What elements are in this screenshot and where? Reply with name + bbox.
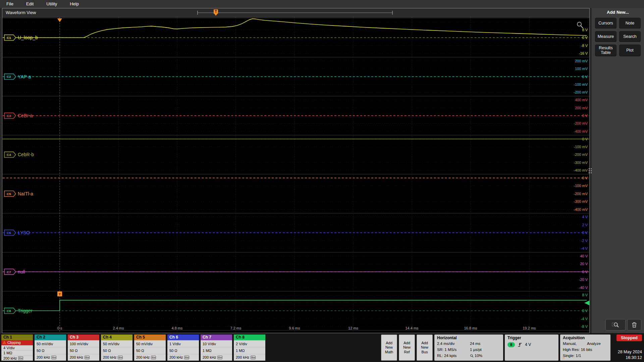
bw-limit-icon: Bw bbox=[18, 356, 23, 360]
channel-trace-c8 bbox=[3, 300, 587, 311]
add-new-note-button[interactable]: Note bbox=[619, 18, 641, 28]
run-status-column: Stopped 28 May 2024 16:30:12 bbox=[616, 335, 643, 361]
time-axis-label: 16.8 ms bbox=[464, 326, 477, 330]
voltage-label-c1: -16 V bbox=[579, 51, 588, 55]
channel-setting-row: 1 MΩ bbox=[201, 347, 232, 354]
window-title: Waveform View bbox=[6, 10, 36, 15]
horizontal-window: 24 ms bbox=[470, 341, 500, 347]
channel-name-c6: LYSO bbox=[18, 230, 30, 235]
time-axis-label: 9.6 ms bbox=[289, 326, 300, 330]
horizontal-panel[interactable]: Horizontal 2.4 ms/div 24 ms SR: 1 MS/s 1… bbox=[434, 335, 503, 361]
voltage-label-c6: 0 V bbox=[582, 231, 588, 235]
trigger-level-arrow-icon[interactable] bbox=[584, 301, 589, 305]
time-axis-label: 12 ms bbox=[348, 326, 358, 330]
acquisition-panel[interactable]: Acquisition Manual, Analyze High Res: 16… bbox=[560, 335, 610, 361]
channel-badges: Ch 1⚠Clipping4 V/div1 MΩ200 kHzBwCh 250 … bbox=[1, 335, 265, 361]
channel-setting-row: 50 Ω bbox=[68, 347, 99, 354]
voltage-label-c2: -100 mV bbox=[574, 82, 588, 86]
channel-setting-row: 1 MΩ bbox=[234, 347, 265, 354]
channel-badge-ch-6[interactable]: Ch 61 V/div50 Ω200 kHzBw bbox=[167, 335, 199, 361]
trigger-position-marker-icon[interactable] bbox=[57, 18, 62, 22]
voltage-label-c5: 0 V bbox=[582, 176, 588, 180]
menu-item-help[interactable]: Help bbox=[63, 0, 85, 8]
voltage-label-c4: -100 mV bbox=[574, 145, 588, 149]
voltage-label-c7: 40 V bbox=[580, 254, 588, 258]
add-new-search-button[interactable]: Search bbox=[619, 31, 641, 42]
channel-name-c1: U_loop_b bbox=[18, 35, 38, 40]
channel-badge-header: Ch 5 bbox=[134, 335, 166, 340]
channel-setting-row: 200 kHzBw bbox=[201, 354, 232, 361]
channel-badge-ch-4[interactable]: Ch 450 mV/div50 Ω200 kHzBw bbox=[101, 335, 132, 361]
channel-name-c7: null bbox=[18, 269, 25, 275]
add-new-math-button[interactable]: AddNewMath bbox=[381, 335, 397, 361]
waveform-display[interactable]: 8 V0 V-8 V-16 VC1U_loop_b200 mV100 mV0 V… bbox=[2, 17, 589, 333]
channel-setting-row: 200 kHzBw bbox=[1, 356, 33, 361]
acquisition-title: Acquisition bbox=[563, 336, 608, 340]
voltage-label-c8: -8 V bbox=[581, 324, 588, 328]
time-axis-label: 0 s bbox=[57, 326, 62, 330]
voltage-label-c1: 8 V bbox=[582, 28, 588, 32]
voltage-label-c3: -400 mV bbox=[574, 129, 588, 133]
voltage-label-c6: -2 V bbox=[581, 239, 588, 243]
voltage-label-c2: -200 mV bbox=[574, 90, 588, 94]
voltage-label-c7: -20 V bbox=[579, 278, 588, 282]
waveform-view-window: Waveform View T 8 V0 V-8 V-16 VC1U_loop_… bbox=[2, 8, 590, 333]
zoom-button[interactable] bbox=[605, 319, 626, 330]
menu-item-file[interactable]: File bbox=[0, 0, 20, 8]
channel-name-c8: Trigger bbox=[18, 308, 33, 313]
channel-name-c4: CebR-b bbox=[18, 152, 34, 157]
trigger-position-percent: 10% bbox=[475, 353, 482, 359]
add-new-measure-button[interactable]: Measure bbox=[595, 31, 616, 42]
panel-resize-handle[interactable] bbox=[589, 168, 592, 173]
clipping-warning: ⚠Clipping bbox=[1, 340, 33, 345]
acquisition-single: Single: 1/1 bbox=[563, 353, 608, 359]
channel-badge-header: Ch 4 bbox=[101, 335, 132, 340]
channel-badge-ch-5[interactable]: Ch 550 mV/div50 Ω200 kHzBw bbox=[134, 335, 166, 361]
add-new-plot-button[interactable]: Plot bbox=[619, 45, 641, 56]
channel-trace-c1 bbox=[3, 19, 587, 38]
channel-badge-ch-7[interactable]: Ch 710 V/div1 MΩ200 kHzBw bbox=[201, 335, 232, 361]
voltage-label-c4: -400 mV bbox=[574, 168, 588, 172]
bw-limit-icon: Bw bbox=[184, 356, 189, 359]
magnifier-icon bbox=[577, 22, 581, 26]
bw-limit-icon: Bw bbox=[51, 356, 56, 359]
channel-badge-ch-1[interactable]: Ch 1⚠Clipping4 V/div1 MΩ200 kHzBw bbox=[1, 335, 33, 361]
channel-badge-header: Ch 6 bbox=[167, 335, 199, 340]
channel-badge-ch-8[interactable]: Ch 82 V/div1 MΩ200 kHzBw bbox=[234, 335, 265, 361]
trigger-level: 4 V bbox=[525, 342, 531, 347]
add-new-ref-button[interactable]: AddNewRef bbox=[399, 335, 415, 361]
bw-limit-icon: Bw bbox=[151, 356, 156, 359]
channel-badge-label-c2: C2 bbox=[7, 75, 11, 78]
menu-item-utility[interactable]: Utility bbox=[40, 0, 63, 8]
channel-badge-label-c7: C7 bbox=[7, 270, 11, 274]
channel-badge-label-c6: C6 bbox=[7, 231, 11, 235]
channel-setting-row: 2 V/div bbox=[234, 340, 265, 347]
voltage-label-c7: -40 V bbox=[579, 286, 588, 290]
waveform-view-titlebar[interactable]: Waveform View T bbox=[2, 8, 589, 17]
horizontal-title: Horizontal bbox=[437, 336, 500, 340]
voltage-label-c4: -300 mV bbox=[574, 161, 588, 165]
trigger-panel[interactable]: Trigger 8 4 V bbox=[505, 335, 558, 361]
channel-setting-row: 50 mV/div bbox=[134, 340, 166, 347]
time-axis-label: 14.4 ms bbox=[405, 326, 419, 330]
voltage-label-c2: 100 mV bbox=[575, 67, 588, 71]
channel-setting-row: 50 mV/div bbox=[101, 340, 132, 347]
voltage-label-c4: 0 V bbox=[582, 137, 588, 141]
channel-badge-ch-3[interactable]: Ch 3100 mV/div50 Ω200 kHzBw bbox=[68, 335, 99, 361]
channel-badge-label-c5: C5 bbox=[7, 192, 11, 196]
trigger-flag-icon[interactable] bbox=[214, 9, 218, 14]
run-state-badge[interactable]: Stopped bbox=[616, 335, 642, 341]
channel-badge-header: Ch 1 bbox=[1, 335, 33, 340]
add-new-results-table-button[interactable]: Results Table bbox=[595, 45, 616, 56]
add-new-bus-button[interactable]: AddNewBus bbox=[417, 335, 433, 361]
trash-button[interactable] bbox=[627, 319, 641, 330]
trigger-title: Trigger bbox=[507, 336, 556, 340]
menu-item-edit[interactable]: Edit bbox=[20, 0, 40, 8]
voltage-label-c5: -200 mV bbox=[574, 192, 588, 196]
trigger-flag-tip bbox=[214, 14, 217, 16]
channel-badge-ch-2[interactable]: Ch 250 mV/div50 Ω200 kHzBw bbox=[35, 335, 66, 361]
channel-setting-row: 200 kHzBw bbox=[35, 354, 66, 361]
status-bar: Ch 1⚠Clipping4 V/div1 MΩ200 kHzBwCh 250 … bbox=[0, 333, 644, 362]
channel-setting-row: 50 Ω bbox=[134, 347, 166, 354]
add-new-cursors-button[interactable]: Cursors bbox=[595, 18, 616, 28]
